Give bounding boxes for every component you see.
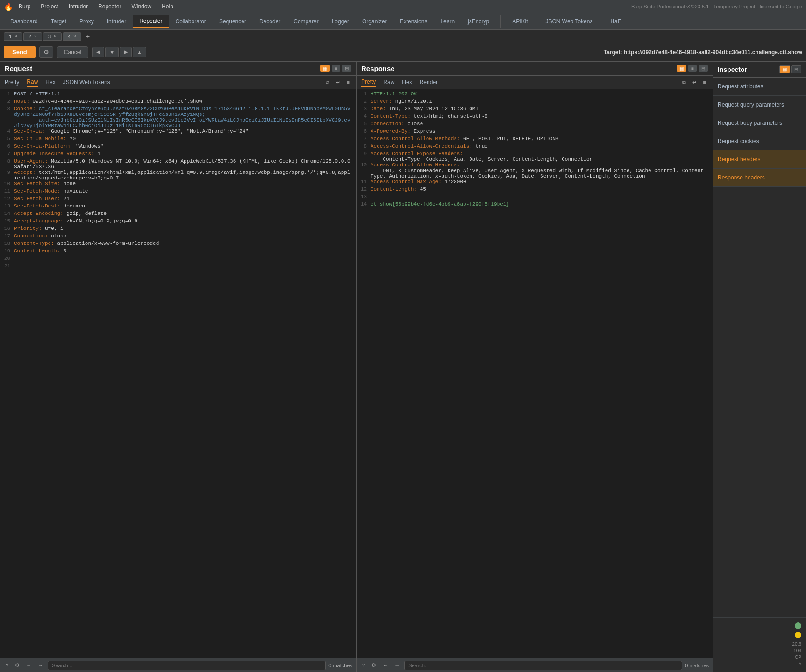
response-tab-pretty[interactable]: Pretty [361, 78, 376, 87]
response-line: 12 Content-Length: 45 [357, 186, 713, 194]
request-search-next[interactable]: → [36, 662, 45, 669]
tab-repeater[interactable]: Repeater [133, 15, 169, 28]
inspector-item-request-query[interactable]: Request query parameters [713, 96, 806, 114]
tab-dashboard[interactable]: Dashboard [4, 15, 44, 28]
next-arrow[interactable]: ▶ [120, 47, 132, 57]
inspector-toggle-list[interactable]: ⊟ [791, 65, 801, 73]
close-tab-4[interactable]: × [73, 34, 76, 39]
response-search-next[interactable]: → [392, 662, 401, 669]
request-tab-jwt[interactable]: JSON Web Tokens [63, 78, 110, 86]
waterfall-stat-1: 20.6 [792, 641, 801, 648]
tab-sequencer[interactable]: Sequencer [213, 15, 253, 28]
tab-comparer[interactable]: Comparer [287, 15, 325, 28]
response-view-grid[interactable]: ▦ [677, 65, 686, 72]
close-tab-2[interactable]: × [34, 34, 37, 39]
menu-item-repeater[interactable]: Repeater [93, 2, 126, 11]
response-copy-icon[interactable]: ⧉ [680, 79, 688, 86]
request-tabs: Pretty Raw Hex JSON Web Tokens ⧉ ↵ ≡ [0, 76, 356, 89]
tab-target[interactable]: Target [44, 15, 73, 28]
tab-organizer[interactable]: Organizer [356, 15, 393, 28]
response-search-settings[interactable]: ⚙ [370, 661, 378, 669]
request-line: 1 POST / HTTP/1.1 [0, 91, 356, 99]
response-view-icons: ▦ ≡ ⊟ [677, 65, 708, 72]
tab-learn[interactable]: Learn [434, 15, 461, 28]
up-arrow[interactable]: ▲ [133, 47, 146, 57]
request-view-grid[interactable]: ▦ [320, 65, 330, 72]
gear-button[interactable]: ⚙ [39, 46, 53, 58]
inspector-item-request-attributes[interactable]: Request attributes [713, 78, 806, 96]
add-tab-button[interactable]: + [82, 32, 93, 41]
inspector-item-response-headers[interactable]: Response headers [713, 169, 806, 187]
response-tab-raw[interactable]: Raw [383, 78, 394, 86]
response-line: 6 X-Powered-By: Express [357, 129, 713, 136]
request-view-split[interactable]: ⊟ [342, 65, 351, 72]
request-tab-raw[interactable]: Raw [27, 78, 38, 87]
inspector-toggle-grid[interactable]: ▦ [779, 65, 790, 73]
prev-arrow[interactable]: ◀ [92, 47, 104, 57]
menu-item-burp[interactable]: Burp [14, 2, 35, 11]
response-line: 3 Date: Thu, 23 May 2024 12:15:36 GMT [357, 106, 713, 114]
cancel-button[interactable]: Cancel [57, 46, 88, 58]
inspector-item-request-headers[interactable]: Request headers [713, 150, 806, 169]
tab-decoder[interactable]: Decoder [253, 15, 287, 28]
response-line: 7 Access-Control-Allow-Methods: GET, POS… [357, 136, 713, 143]
tab-extensions[interactable]: Extensions [393, 15, 434, 28]
tab-jsencryp[interactable]: jsEncryp [461, 15, 496, 28]
request-search-prev[interactable]: ← [24, 662, 33, 669]
response-search-prev[interactable]: ← [381, 662, 390, 669]
request-search-bar: ? ⚙ ← → 0 matches [0, 658, 356, 672]
inspector-title: Inspector [718, 66, 776, 73]
repeater-tab-2[interactable]: 2 × [23, 32, 42, 41]
response-line: 4 Content-Type: text/html; charset=utf-8 [357, 114, 713, 121]
response-tabs: Pretty Raw Hex Render ⧉ ↵ ≡ [357, 76, 713, 89]
tab-logger[interactable]: Logger [325, 15, 356, 28]
waterfall-stat-4: 5 [792, 661, 801, 667]
request-search-input[interactable] [48, 661, 326, 670]
repeater-tab-3[interactable]: 3 × [43, 32, 62, 41]
tab-proxy[interactable]: Proxy [73, 15, 100, 28]
close-tab-3[interactable]: × [54, 34, 57, 39]
response-title: Response [361, 64, 677, 72]
response-tab-render[interactable]: Render [420, 78, 438, 86]
response-view-split[interactable]: ⊟ [699, 65, 708, 72]
menu-item-project[interactable]: Project [36, 2, 63, 11]
tab-apikit[interactable]: APIKit [506, 15, 534, 28]
repeater-tab-1[interactable]: 1 × [4, 32, 22, 41]
request-line: 14 Accept-Encoding: gzip, deflate [0, 211, 356, 218]
request-search-help[interactable]: ? [4, 662, 10, 669]
inspector-item-request-cookies[interactable]: Request cookies [713, 132, 806, 150]
request-view-list[interactable]: ≡ [332, 65, 340, 72]
response-search-input[interactable] [404, 661, 682, 670]
tab-collaborator[interactable]: Collaborator [169, 15, 213, 28]
response-view-list[interactable]: ≡ [688, 65, 697, 72]
tab-hae[interactable]: HaE [604, 15, 628, 28]
tab-json-web-tokens[interactable]: JSON Web Tokens [539, 15, 599, 28]
repeater-tab-4[interactable]: 4 × [63, 32, 81, 41]
inspector-item-request-body[interactable]: Request body parameters [713, 114, 806, 132]
response-code-area[interactable]: 1 HTTP/1.1 200 OK 2 Server: nginx/1.20.1… [357, 89, 713, 658]
response-tab-hex[interactable]: Hex [402, 78, 412, 86]
request-tab-hex[interactable]: Hex [45, 78, 55, 86]
down-arrow[interactable]: ▼ [105, 47, 119, 57]
response-search-help[interactable]: ? [360, 662, 367, 669]
menu-item-intruder[interactable]: Intruder [64, 2, 93, 11]
request-menu-icon[interactable]: ≡ [345, 79, 351, 86]
menu-item-window[interactable]: Window [127, 2, 156, 11]
menu-item-help[interactable]: Help [157, 2, 178, 11]
tab-intruder[interactable]: Intruder [100, 15, 133, 28]
request-copy-icon[interactable]: ⧉ [324, 79, 331, 86]
response-wrap-icon[interactable]: ↵ [691, 79, 699, 86]
request-wrap-icon[interactable]: ↵ [334, 79, 342, 86]
response-line: 13 [357, 194, 713, 201]
close-tab-1[interactable]: × [14, 34, 17, 39]
request-code-area[interactable]: 1 POST / HTTP/1.1 2 Host: 092d7e48-4e46-… [0, 89, 356, 658]
response-menu-icon[interactable]: ≡ [701, 79, 708, 86]
request-panel: Request ▦ ≡ ⊟ Pretty Raw Hex JSON Web To… [0, 62, 357, 672]
request-line: 13 Sec-Fetch-Dest: document [0, 203, 356, 211]
request-view-icons: ▦ ≡ ⊟ [320, 65, 351, 72]
request-line: 4 Sec-Ch-Ua: "Google Chrome";v="125", "C… [0, 129, 356, 136]
request-search-settings[interactable]: ⚙ [13, 661, 21, 669]
request-tab-pretty[interactable]: Pretty [5, 78, 19, 86]
app-title: Burp Suite Professional v2023.5.1 - Temp… [631, 4, 802, 9]
send-button[interactable]: Send [4, 46, 36, 58]
